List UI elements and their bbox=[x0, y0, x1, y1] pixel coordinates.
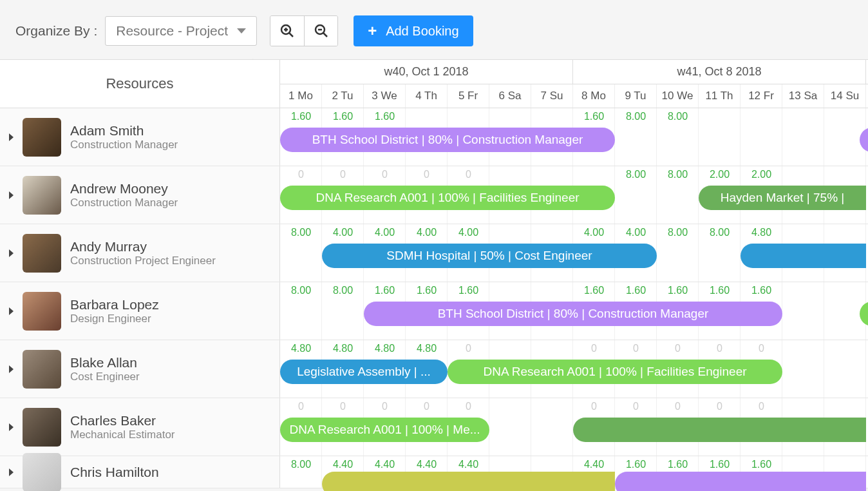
day-header[interactable]: 3 We bbox=[364, 84, 406, 108]
hour-value: 8.00 bbox=[280, 227, 322, 238]
hour-value: 0 bbox=[364, 401, 406, 412]
hour-value bbox=[531, 169, 573, 180]
day-header[interactable]: 14 Su bbox=[824, 84, 866, 108]
add-booking-button[interactable]: + Add Booking bbox=[354, 15, 473, 46]
booking-bar[interactable]: DNA Research A001 | 100% | Facilities En… bbox=[280, 186, 615, 210]
hour-value bbox=[489, 227, 531, 238]
booking-bar[interactable]: SDMH Hospital | 50% | Cost Engineer bbox=[322, 244, 657, 268]
hour-value: 4.80 bbox=[280, 343, 322, 354]
hour-value bbox=[782, 401, 824, 412]
hour-value: 1.60 bbox=[741, 459, 782, 470]
day-header[interactable]: 13 Sa bbox=[782, 84, 824, 108]
resource-info[interactable]: Chris Hamilton bbox=[0, 456, 280, 488]
day-header[interactable]: 11 Th bbox=[699, 84, 741, 108]
resource-row: Andy MurrayConstruction Project Engineer… bbox=[0, 224, 868, 282]
hour-value bbox=[782, 459, 824, 470]
resource-name: Andy Murray bbox=[70, 239, 216, 255]
booking-bar[interactable] bbox=[741, 244, 866, 268]
booking-bar[interactable]: Hayden Market | 75% | bbox=[699, 186, 866, 210]
plus-icon: + bbox=[368, 23, 377, 39]
hours-row: 8.004.404.404.404.404.401.601.601.601.60 bbox=[280, 459, 866, 470]
zoom-in-button[interactable] bbox=[270, 16, 304, 46]
hour-value bbox=[824, 169, 866, 180]
expand-caret-icon[interactable] bbox=[9, 191, 14, 199]
expand-caret-icon[interactable] bbox=[9, 468, 14, 476]
hour-value bbox=[782, 169, 824, 180]
chevron-down-icon bbox=[237, 28, 246, 34]
hour-value bbox=[531, 459, 573, 470]
hour-value bbox=[741, 111, 782, 122]
timeline[interactable]: 1.601.601.601.608.008.00BTH School Distr… bbox=[280, 108, 868, 166]
timeline[interactable]: 8.008.001.601.601.601.601.601.601.601.60… bbox=[280, 282, 868, 340]
timeline[interactable]: 8.004.004.004.004.004.004.008.008.004.80… bbox=[280, 224, 868, 282]
booking-bar[interactable]: BTH School District | 80% | Construction… bbox=[364, 302, 782, 326]
resource-info[interactable]: Adam SmithConstruction Manager bbox=[0, 108, 280, 166]
day-header[interactable]: 4 Th bbox=[406, 84, 448, 108]
timeline[interactable]: 0000000000DNA Research A001 | 100% | Me.… bbox=[280, 398, 868, 456]
resource-text: Adam SmithConstruction Manager bbox=[70, 123, 178, 151]
hour-value bbox=[782, 111, 824, 122]
resource-row: Barbara LopezDesign Engineer8.008.001.60… bbox=[0, 282, 868, 340]
booking-bar[interactable] bbox=[573, 418, 866, 442]
hour-value: 0 bbox=[448, 169, 489, 180]
hour-value: 0 bbox=[573, 401, 615, 412]
schedule-grid: Resources w40, Oct 1 2018w41, Oct 8 2018… bbox=[0, 59, 868, 488]
hour-value: 4.40 bbox=[406, 459, 448, 470]
resource-info[interactable]: Blake AllanCost Engineer bbox=[0, 340, 280, 398]
hour-value bbox=[531, 343, 573, 354]
hour-value bbox=[782, 227, 824, 238]
day-header[interactable]: 6 Sa bbox=[489, 84, 531, 108]
resource-info[interactable]: Barbara LopezDesign Engineer bbox=[0, 282, 280, 340]
hour-value: 0 bbox=[699, 401, 741, 412]
resource-row: Blake AllanCost Engineer4.804.804.804.80… bbox=[0, 340, 868, 398]
zoom-out-button[interactable] bbox=[304, 16, 337, 46]
hour-value bbox=[489, 459, 531, 470]
day-header[interactable]: 8 Mo bbox=[573, 84, 615, 108]
expand-caret-icon[interactable] bbox=[9, 133, 14, 141]
expand-caret-icon[interactable] bbox=[9, 423, 14, 431]
day-header[interactable]: 12 Fr bbox=[741, 84, 782, 108]
booking-bar[interactable] bbox=[322, 472, 615, 491]
grid-header: Resources w40, Oct 1 2018w41, Oct 8 2018… bbox=[0, 59, 868, 108]
hours-row: 8.008.001.601.601.601.601.601.601.601.60 bbox=[280, 285, 866, 296]
booking-bar[interactable]: Legislative Assembly | ... bbox=[280, 360, 448, 384]
resource-name: Andrew Mooney bbox=[70, 181, 178, 197]
timeline[interactable]: 8.004.404.404.404.404.401.601.601.601.60 bbox=[280, 456, 868, 488]
hour-value: 0 bbox=[406, 401, 448, 412]
resource-info[interactable]: Andrew MooneyConstruction Manager bbox=[0, 166, 280, 224]
hour-value: 0 bbox=[741, 401, 782, 412]
hour-value: 8.00 bbox=[657, 111, 699, 122]
hour-value bbox=[824, 285, 866, 296]
day-header[interactable]: 10 We bbox=[657, 84, 699, 108]
day-header[interactable]: 1 Mo bbox=[280, 84, 322, 108]
hour-value bbox=[531, 285, 573, 296]
resource-row: Charles BakerMechanical Estimator0000000… bbox=[0, 398, 868, 456]
resource-info[interactable]: Charles BakerMechanical Estimator bbox=[0, 398, 280, 456]
timeline[interactable]: 000008.008.002.002.00DNA Research A001 |… bbox=[280, 166, 868, 224]
hour-value: 1.60 bbox=[699, 285, 741, 296]
expand-caret-icon[interactable] bbox=[9, 249, 14, 257]
timeline[interactable]: 4.804.804.804.80000000Legislative Assemb… bbox=[280, 340, 868, 398]
resource-role: Mechanical Estimator bbox=[70, 428, 175, 441]
hour-value: 1.60 bbox=[364, 111, 406, 122]
hour-value: 8.00 bbox=[322, 285, 364, 296]
day-header[interactable]: 7 Su bbox=[531, 84, 573, 108]
resource-info[interactable]: Andy MurrayConstruction Project Engineer bbox=[0, 224, 280, 282]
resource-role: Design Engineer bbox=[70, 313, 159, 325]
booking-bar[interactable]: DNA Research A001 | 100% | Me... bbox=[280, 418, 489, 442]
hour-value: 1.60 bbox=[322, 111, 364, 122]
hour-value: 0 bbox=[741, 343, 782, 354]
hour-value: 0 bbox=[699, 343, 741, 354]
day-header[interactable]: 5 Fr bbox=[448, 84, 489, 108]
zoom-group bbox=[270, 15, 338, 46]
booking-bar[interactable]: BTH School District | 80% | Construction… bbox=[280, 128, 615, 152]
expand-caret-icon[interactable] bbox=[9, 307, 14, 315]
booking-bar[interactable]: DNA Research A001 | 100% | Facilities En… bbox=[448, 360, 782, 384]
hour-value: 1.60 bbox=[615, 459, 657, 470]
organize-by-dropdown[interactable]: Resource - Project bbox=[105, 16, 257, 46]
expand-caret-icon[interactable] bbox=[9, 365, 14, 373]
booking-bar[interactable] bbox=[615, 472, 866, 491]
day-header[interactable]: 9 Tu bbox=[615, 84, 657, 108]
hours-row: 000008.008.002.002.00 bbox=[280, 169, 866, 180]
day-header[interactable]: 2 Tu bbox=[322, 84, 364, 108]
